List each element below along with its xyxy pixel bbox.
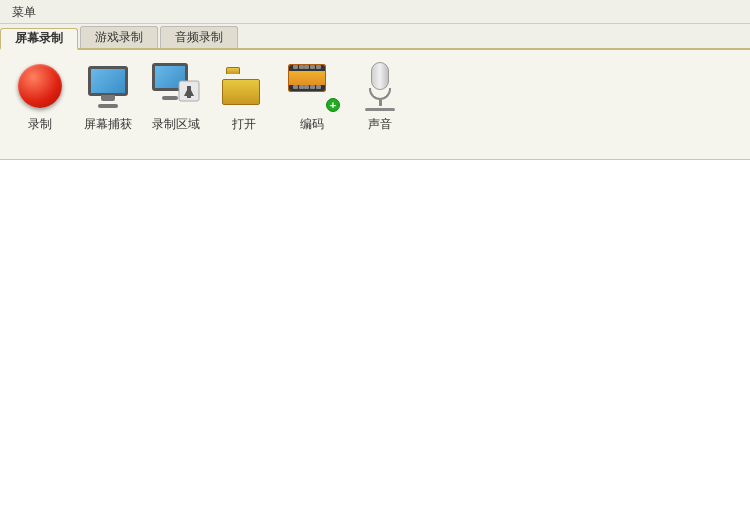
- film-body: [288, 64, 326, 92]
- open-button[interactable]: 打开: [212, 56, 276, 137]
- film-hole: [316, 65, 321, 69]
- record-icon: [18, 64, 62, 108]
- screen-capture-label: 屏幕捕获: [84, 116, 132, 133]
- record-button[interactable]: 录制: [8, 56, 72, 137]
- ra-stand: [162, 96, 178, 100]
- film-plus-icon: +: [326, 98, 340, 112]
- film-hole: [293, 65, 298, 69]
- tab-audio-record[interactable]: 音频录制: [160, 26, 238, 48]
- film-hole: [310, 85, 315, 89]
- tab-bar: 屏幕录制 游戏录制 音频录制: [0, 24, 750, 50]
- encode-button[interactable]: + 编码: [280, 56, 344, 137]
- sound-icon-wrap: [354, 60, 406, 112]
- film-hole: [316, 85, 321, 89]
- film-hole: [310, 65, 315, 69]
- film-holes-bottom: [289, 85, 325, 89]
- record-area-button[interactable]: 录制区域: [144, 56, 208, 137]
- open-label: 打开: [232, 116, 256, 133]
- film-icon: +: [288, 64, 336, 108]
- encode-icon-wrap: +: [286, 60, 338, 112]
- film-hole: [299, 65, 304, 69]
- record-area-icon: [152, 63, 200, 109]
- record-label: 录制: [28, 116, 52, 133]
- film-strip-top: [289, 65, 325, 71]
- mic-icon: [365, 62, 395, 111]
- film-strip-bottom: [289, 85, 325, 91]
- main-content: [0, 160, 750, 529]
- record-icon-wrap: [14, 60, 66, 112]
- menu-bar: 菜单: [0, 0, 750, 24]
- mic-base: [365, 108, 395, 111]
- record-area-icon-wrap: [150, 60, 202, 112]
- toolbar: 录制 屏幕捕获: [0, 50, 750, 160]
- sound-button[interactable]: 声音: [348, 56, 412, 137]
- folder-body: [222, 79, 260, 105]
- open-icon-wrap: [218, 60, 270, 112]
- folder-icon: [222, 67, 266, 105]
- screen-capture-icon-wrap: [82, 60, 134, 112]
- monitor-screen: [88, 66, 128, 96]
- film-hole: [299, 85, 304, 89]
- record-area-label: 录制区域: [152, 116, 200, 133]
- film-hole: [293, 85, 298, 89]
- film-holes-top: [289, 65, 325, 69]
- monitor-stand: [98, 104, 118, 108]
- mic-body: [371, 62, 389, 90]
- folder-tab: [226, 67, 240, 74]
- tab-screen-record[interactable]: 屏幕录制: [0, 28, 78, 50]
- mic-stand: [379, 100, 382, 106]
- monitor-icon: [85, 66, 131, 106]
- arrow-icon: [178, 80, 200, 102]
- menu-item-main[interactable]: 菜单: [4, 1, 44, 24]
- encode-label: 编码: [300, 116, 324, 133]
- tab-game-record[interactable]: 游戏录制: [80, 26, 158, 48]
- film-hole: [304, 85, 309, 89]
- sound-label: 声音: [368, 116, 392, 133]
- screen-capture-button[interactable]: 屏幕捕获: [76, 56, 140, 137]
- arrow-overlay: [178, 80, 200, 105]
- film-hole: [304, 65, 309, 69]
- svg-rect-2: [187, 86, 191, 94]
